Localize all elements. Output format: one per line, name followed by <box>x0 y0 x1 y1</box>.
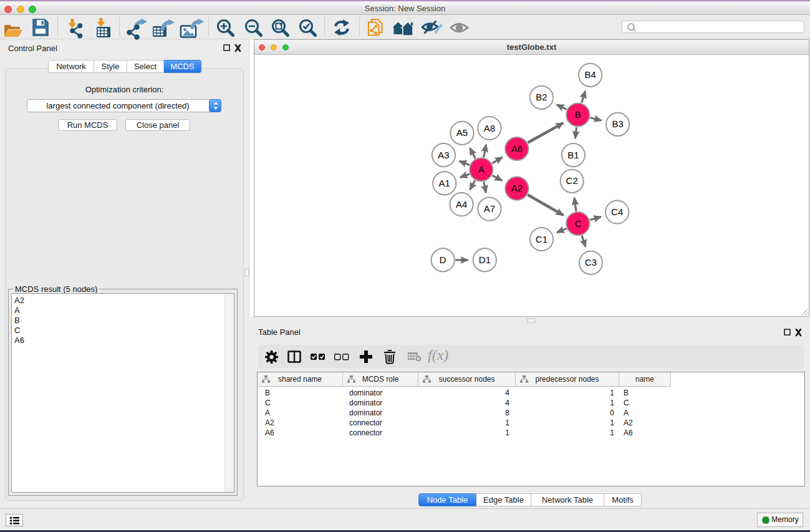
svg-text:C1: C1 <box>536 234 547 244</box>
svg-text:C2: C2 <box>566 175 578 186</box>
svg-text:C3: C3 <box>585 257 597 268</box>
svg-text:C: C <box>574 218 581 229</box>
svg-text:A3: A3 <box>438 150 449 160</box>
svg-text:A7: A7 <box>484 203 495 214</box>
svg-text:A8: A8 <box>484 123 495 133</box>
svg-text:C4: C4 <box>611 206 623 217</box>
svg-text:B3: B3 <box>612 118 623 129</box>
svg-text:A1: A1 <box>439 178 450 188</box>
svg-text:D1: D1 <box>479 254 491 265</box>
svg-text:A6: A6 <box>511 143 523 154</box>
svg-text:A2: A2 <box>511 183 523 193</box>
svg-text:A: A <box>478 164 485 175</box>
svg-text:B4: B4 <box>584 69 595 80</box>
svg-text:B: B <box>575 109 581 120</box>
svg-text:B1: B1 <box>567 150 579 160</box>
svg-text:A4: A4 <box>456 199 467 210</box>
svg-text:B2: B2 <box>536 92 547 102</box>
svg-text:A5: A5 <box>456 127 468 138</box>
svg-text:D: D <box>440 254 446 265</box>
